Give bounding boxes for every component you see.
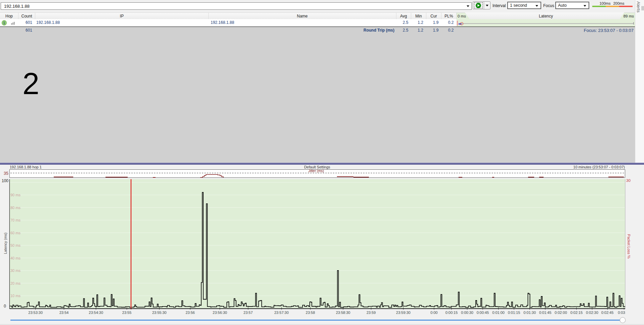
svg-text:23:57: 23:57 — [244, 311, 253, 315]
svg-text:23:56:30: 23:56:30 — [213, 311, 227, 315]
svg-text:10 ms: 10 ms — [10, 294, 20, 298]
svg-text:0:01:30: 0:01:30 — [523, 311, 536, 315]
svg-text:23:54: 23:54 — [59, 311, 69, 315]
svg-text:0: 0 — [4, 304, 6, 309]
svg-text:30 ms: 30 ms — [10, 269, 20, 273]
svg-text:Latency (ms): Latency (ms) — [3, 233, 7, 254]
svg-text:23:59:30: 23:59:30 — [396, 311, 411, 315]
svg-text:50 ms: 50 ms — [10, 243, 20, 247]
svg-text:100: 100 — [2, 178, 8, 183]
svg-text:60 ms: 60 ms — [10, 231, 20, 235]
svg-text:23:53:30: 23:53:30 — [28, 311, 43, 315]
svg-text:0:01:00: 0:01:00 — [492, 311, 505, 315]
svg-text:0:02:15: 0:02:15 — [570, 311, 583, 315]
svg-text:Packet Loss %: Packet Loss % — [627, 234, 631, 259]
svg-text:80 ms: 80 ms — [10, 206, 20, 210]
svg-text:23:56: 23:56 — [185, 311, 195, 315]
svg-text:23:59: 23:59 — [367, 311, 376, 315]
svg-text:0:00: 0:00 — [430, 311, 437, 315]
svg-text:0:02:30: 0:02:30 — [586, 311, 598, 315]
svg-text:23:55:30: 23:55:30 — [152, 311, 167, 315]
svg-text:40 ms: 40 ms — [10, 256, 20, 260]
svg-text:23:58: 23:58 — [306, 311, 315, 315]
svg-text:23:57:30: 23:57:30 — [274, 311, 289, 315]
svg-text:23:54:30: 23:54:30 — [89, 311, 103, 315]
svg-text:0:02:45: 0:02:45 — [601, 311, 614, 315]
svg-text:23:55: 23:55 — [122, 311, 132, 315]
svg-text:20 ms: 20 ms — [10, 281, 20, 285]
svg-text:70 ms: 70 ms — [10, 218, 20, 222]
svg-text:23:58:30: 23:58:30 — [336, 311, 350, 315]
svg-text:30: 30 — [626, 178, 631, 182]
svg-text:0:01:45: 0:01:45 — [539, 311, 552, 315]
svg-text:Jitter (ms): Jitter (ms) — [308, 169, 324, 173]
svg-text:0:00:15: 0:00:15 — [445, 311, 458, 315]
svg-text:0:02:00: 0:02:00 — [555, 311, 567, 315]
svg-text:35: 35 — [4, 171, 8, 176]
svg-text:0:00:45: 0:00:45 — [477, 311, 489, 315]
svg-text:0:01:15: 0:01:15 — [508, 311, 520, 315]
svg-text:90 ms: 90 ms — [10, 193, 20, 197]
svg-text:10 minutes (23:53:07 - 0:03:07: 10 minutes (23:53:07 - 0:03:07) — [573, 165, 625, 169]
svg-text:0:00:30: 0:00:30 — [461, 311, 473, 315]
svg-text:192.168.1.88 hop 1: 192.168.1.88 hop 1 — [10, 165, 42, 169]
